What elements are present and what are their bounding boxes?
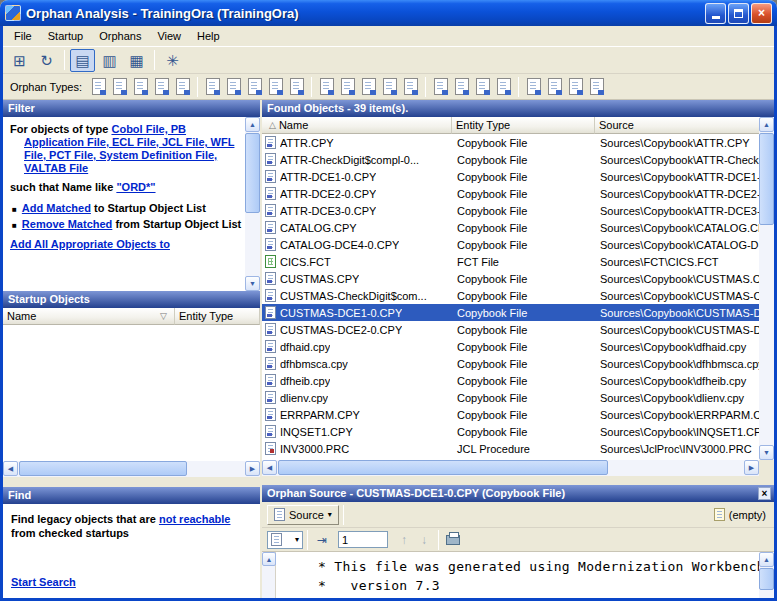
- table-row[interactable]: ATTR-DCE3-0.CPYCopybook FileSources\Copy…: [262, 202, 759, 219]
- startup-objects-list[interactable]: [3, 325, 260, 461]
- table-row[interactable]: dlienv.cpyCopybook FileSources\Copybook\…: [262, 389, 759, 406]
- open-list-icon[interactable]: ⊞: [7, 49, 32, 72]
- startup-objects-hscrollbar[interactable]: ◀ ▶: [3, 461, 260, 477]
- minimize-button[interactable]: [705, 3, 726, 24]
- refresh-icon[interactable]: ↻: [34, 49, 59, 72]
- orphan-type-icon[interactable]: [224, 76, 243, 97]
- orphan-type-icon[interactable]: [317, 76, 336, 97]
- table-row[interactable]: ATTR-DCE2-0.CPYCopybook FileSources\Copy…: [262, 185, 759, 202]
- table-row[interactable]: CUSTMAS-DCE2-0.CPYCopybook FileSources\C…: [262, 321, 759, 338]
- print-button[interactable]: [443, 531, 463, 549]
- maximize-button[interactable]: [728, 3, 749, 24]
- add-all-link[interactable]: Add All Appropriate Objects to: [10, 238, 170, 250]
- next-mark-icon[interactable]: ↓: [414, 531, 434, 549]
- table-view-icon[interactable]: ▤: [70, 49, 95, 72]
- orphan-type-icon[interactable]: [131, 76, 150, 97]
- orphan-type-icon[interactable]: [110, 76, 129, 97]
- table-row[interactable]: dfhbmsca.cpyCopybook FileSources\Copyboo…: [262, 355, 759, 372]
- menu-item-startup[interactable]: Startup: [40, 28, 91, 44]
- scroll-up-icon[interactable]: ▲: [759, 117, 774, 132]
- start-search-link[interactable]: Start Search: [11, 576, 76, 588]
- scrollbar-thumb[interactable]: [19, 461, 187, 476]
- found-objects-hscrollbar[interactable]: ◀ ▶: [262, 460, 759, 476]
- context-selector[interactable]: (empty): [714, 508, 766, 521]
- scroll-left-icon[interactable]: ◀: [262, 460, 277, 475]
- table-row[interactable]: ATTR-CheckDigit$compl-0...Copybook FileS…: [262, 151, 759, 168]
- source-vscrollbar[interactable]: ▲: [759, 552, 774, 598]
- scroll-up-icon[interactable]: ▲: [759, 552, 774, 567]
- line-number-input[interactable]: [338, 531, 388, 548]
- table-row[interactable]: CUSTMAS-CheckDigit$com...Copybook FileSo…: [262, 287, 759, 304]
- orphan-type-icon[interactable]: [452, 76, 471, 97]
- scrollbar-thumb[interactable]: [759, 133, 774, 225]
- not-reachable-link[interactable]: not reachable: [159, 513, 231, 525]
- table-row[interactable]: CATALOG-DCE4-0.CPYCopybook FileSources\C…: [262, 236, 759, 253]
- table-row[interactable]: CATALOG.CPYCopybook FileSources\Copybook…: [262, 219, 759, 236]
- table-row[interactable]: INQSET1.CPYCopybook FileSources\Copybook…: [262, 423, 759, 440]
- menu-item-file[interactable]: File: [6, 28, 40, 44]
- filter-scrollbar[interactable]: ▲ ▼: [245, 117, 260, 291]
- table-row[interactable]: dfheib.cpyCopybook FileSources\Copybook\…: [262, 372, 759, 389]
- name-pattern-link[interactable]: "ORD*": [116, 181, 155, 193]
- column-header-name[interactable]: Name▽: [3, 308, 175, 325]
- scroll-right-icon[interactable]: ▶: [744, 460, 759, 475]
- scrollbar-thumb[interactable]: [245, 133, 260, 213]
- close-button[interactable]: ×: [751, 3, 772, 24]
- column-header-source[interactable]: Source: [595, 117, 759, 134]
- scroll-up-icon[interactable]: ▲: [262, 552, 276, 566]
- grid-view-icon[interactable]: ▥: [97, 49, 122, 72]
- menu-item-orphans[interactable]: Orphans: [91, 28, 149, 44]
- orphan-type-icon[interactable]: [431, 76, 450, 97]
- source-code-view[interactable]: ▲ * This file was generated using Modern…: [262, 552, 774, 598]
- orphan-type-icon[interactable]: [173, 76, 192, 97]
- orphan-type-icon[interactable]: [545, 76, 564, 97]
- found-objects-vscrollbar[interactable]: ▲ ▼: [759, 117, 774, 460]
- remove-matched-link[interactable]: Remove Matched: [22, 218, 112, 230]
- column-header-entity-type[interactable]: Entity Type: [452, 117, 595, 134]
- scroll-left-icon[interactable]: ◀: [3, 461, 18, 476]
- goto-line-icon[interactable]: ⇥: [312, 531, 332, 549]
- scroll-right-icon[interactable]: ▶: [245, 461, 260, 476]
- view-mode-dropdown[interactable]: ▾: [267, 531, 303, 549]
- scroll-down-icon[interactable]: ▼: [759, 445, 774, 460]
- close-panel-icon[interactable]: ×: [758, 487, 771, 500]
- menu-item-view[interactable]: View: [149, 28, 189, 44]
- table-row[interactable]: ATTR.CPYCopybook FileSources\Copybook\AT…: [262, 134, 759, 151]
- source-left-scrollbar[interactable]: ▲: [262, 552, 276, 598]
- column-header-entity-type[interactable]: Entity Type: [175, 308, 260, 325]
- table-row[interactable]: ATTR-DCE1-0.CPYCopybook FileSources\Copy…: [262, 168, 759, 185]
- scroll-down-icon[interactable]: ▼: [245, 276, 260, 291]
- scrollbar-thumb[interactable]: [278, 460, 608, 475]
- scroll-up-icon[interactable]: ▲: [245, 117, 260, 132]
- orphan-type-icon[interactable]: [338, 76, 357, 97]
- orphan-type-icon[interactable]: [473, 76, 492, 97]
- orphan-type-icon[interactable]: [566, 76, 585, 97]
- previous-mark-icon[interactable]: ↑: [394, 531, 414, 549]
- orphan-type-icon[interactable]: [266, 76, 285, 97]
- orphan-type-icon[interactable]: [203, 76, 222, 97]
- orphan-type-icon[interactable]: [359, 76, 378, 97]
- title-bar[interactable]: Orphan Analysis - TrainingOra (TrainingO…: [0, 0, 777, 26]
- orphan-type-icon[interactable]: [89, 76, 108, 97]
- orphan-type-icon[interactable]: [380, 76, 399, 97]
- add-matched-link[interactable]: Add Matched: [22, 202, 91, 214]
- orphan-type-icon[interactable]: [287, 76, 306, 97]
- table-row[interactable]: CICS.FCTFCT FileSources\FCT\CICS.FCT: [262, 253, 759, 270]
- orphan-type-icon[interactable]: [494, 76, 513, 97]
- menu-item-help[interactable]: Help: [189, 28, 228, 44]
- source-dropdown-button[interactable]: Source ▾: [267, 505, 339, 525]
- orphan-type-icon[interactable]: [524, 76, 543, 97]
- column-header-name[interactable]: △Name: [262, 117, 452, 134]
- table-row[interactable]: INV3000.PRCJCL ProcedureSources\JclProc\…: [262, 440, 759, 457]
- scrollbar-thumb[interactable]: [759, 568, 774, 590]
- wizard-icon[interactable]: ✳: [160, 49, 185, 72]
- table-row[interactable]: dfhaid.cpyCopybook FileSources\Copybook\…: [262, 338, 759, 355]
- orphan-type-icon[interactable]: [401, 76, 420, 97]
- chart-view-icon[interactable]: ▦: [124, 49, 149, 72]
- orphan-type-icon[interactable]: [245, 76, 264, 97]
- table-row[interactable]: ERRPARM.CPYCopybook FileSources\Copybook…: [262, 406, 759, 423]
- table-row[interactable]: CUSTMAS.CPYCopybook FileSources\Copybook…: [262, 270, 759, 287]
- table-row[interactable]: CUSTMAS-DCE1-0.CPYCopybook FileSources\C…: [262, 304, 759, 321]
- orphan-type-icon[interactable]: [587, 76, 606, 97]
- orphan-type-icon[interactable]: [152, 76, 171, 97]
